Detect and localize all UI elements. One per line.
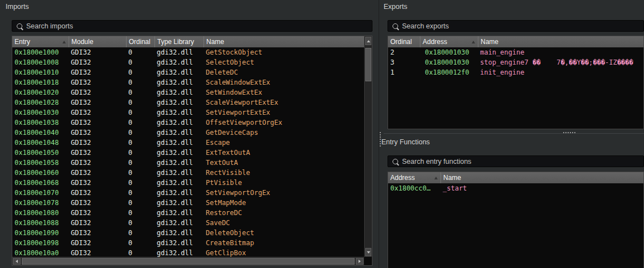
cell-name: ScaleViewportExtEx: [204, 98, 364, 108]
imports-table-body: 0x1800e1000 GDI32 0 gdi32.dll GetStockOb…: [12, 47, 364, 257]
cell-entry: 0x1800e1010: [12, 67, 69, 77]
table-row[interactable]: 0x1800e1068 GDI32 0 gdi32.dll PtVisible: [12, 178, 364, 188]
cell-name: Escape: [204, 138, 364, 148]
imports-panel-title: Imports: [6, 3, 29, 11]
exports-search-input[interactable]: [402, 22, 643, 30]
cell-entry: 0x1800e1000: [12, 47, 69, 57]
cell-entry: 0x1800e1088: [12, 218, 69, 228]
cell-ordinal: 0: [126, 57, 154, 67]
table-row[interactable]: 0x1800e1040 GDI32 0 gdi32.dll GetDeviceC…: [12, 128, 364, 138]
table-row[interactable]: 0x1800e1098 GDI32 0 gdi32.dll CreateBitm…: [12, 238, 364, 248]
column-header-ordinal[interactable]: Ordinal: [126, 36, 154, 47]
column-header-name[interactable]: Name: [440, 172, 643, 183]
horizontal-scrollbar[interactable]: [12, 257, 364, 265]
imports-search: [12, 20, 372, 32]
entry-functions-table-body: 0x1800cc0… _start: [388, 183, 643, 268]
cell-type-library: gdi32.dll: [154, 178, 204, 188]
cell-name: PtVisible: [204, 178, 364, 188]
entry-functions-search-input[interactable]: [402, 158, 643, 165]
column-header-address[interactable]: Address: [420, 36, 478, 47]
cell-entry: 0x1800e1008: [12, 57, 69, 67]
table-row[interactable]: 0x1800e1008 GDI32 0 gdi32.dll SelectObje…: [12, 57, 364, 67]
search-icon: [393, 159, 398, 164]
cell-type-library: gdi32.dll: [154, 148, 204, 158]
scroll-up-button[interactable]: [365, 37, 371, 45]
sort-ascending-icon: [434, 177, 438, 179]
table-row[interactable]: 0x1800e1038 GDI32 0 gdi32.dll OffsetView…: [12, 118, 364, 128]
column-header-name[interactable]: Name: [478, 36, 643, 47]
horizontal-scrollbar-thumb[interactable]: [22, 258, 355, 265]
table-row[interactable]: 0x1800e10a0 GDI32 0 gdi32.dll GetClipBox: [12, 248, 364, 257]
cell-name: _start: [440, 183, 643, 193]
cell-ordinal: 3: [388, 57, 420, 67]
vertical-scrollbar-thumb[interactable]: [365, 48, 371, 81]
table-row[interactable]: 0x1800e1090 GDI32 0 gdi32.dll DeleteObje…: [12, 228, 364, 238]
cell-module: GDI32: [69, 168, 126, 178]
table-row[interactable]: 0x1800e1088 GDI32 0 gdi32.dll SaveDC: [12, 218, 364, 228]
table-row[interactable]: 0x1800e1080 GDI32 0 gdi32.dll RestoreDC: [12, 208, 364, 218]
cell-entry: 0x1800e1070: [12, 188, 69, 198]
scroll-left-button[interactable]: [13, 258, 21, 265]
column-header-ordinal[interactable]: Ordinal: [388, 36, 420, 47]
cell-ordinal: 0: [126, 67, 154, 77]
column-header-address[interactable]: Address: [388, 172, 440, 183]
exports-panel-title: Exports: [384, 3, 407, 11]
table-row[interactable]: 0x1800e1030 GDI32 0 gdi32.dll SetViewpor…: [12, 108, 364, 118]
table-row[interactable]: 0x1800e1018 GDI32 0 gdi32.dll ScaleWindo…: [12, 77, 364, 87]
arrow-left-icon: [16, 260, 18, 263]
exports-search: [388, 20, 644, 32]
horizontal-splitter-handle[interactable]: [563, 132, 575, 133]
cell-ordinal: 0: [126, 77, 154, 87]
cell-name: RestoreDC: [204, 208, 364, 218]
horizontal-splitter: [384, 133, 644, 134]
cell-entry: 0x1800e1090: [12, 228, 69, 238]
table-row[interactable]: 0x1800e1010 GDI32 0 gdi32.dll DeleteDC: [12, 67, 364, 77]
column-header-entry[interactable]: Entry: [12, 36, 69, 47]
vertical-splitter-handle[interactable]: [380, 132, 381, 147]
search-icon: [393, 23, 398, 29]
table-row[interactable]: 0x1800e1048 GDI32 0 gdi32.dll Escape: [12, 138, 364, 148]
cell-name: ExtTextOutA: [204, 148, 364, 158]
cell-name: OffsetViewportOrgEx: [204, 118, 364, 128]
cell-ordinal: 0: [126, 178, 154, 188]
cell-type-library: gdi32.dll: [154, 238, 204, 248]
cell-name: DeleteDC: [204, 67, 364, 77]
table-row[interactable]: 0x1800cc0… _start: [388, 183, 643, 193]
vertical-scrollbar[interactable]: [364, 36, 372, 257]
table-row[interactable]: 0x1800e1058 GDI32 0 gdi32.dll TextOutA: [12, 158, 364, 168]
cell-name: init_engine: [478, 67, 643, 77]
cell-ordinal: 0: [126, 118, 154, 128]
table-row[interactable]: 0x1800e1028 GDI32 0 gdi32.dll ScaleViewp…: [12, 98, 364, 108]
table-row[interactable]: 0x1800e1060 GDI32 0 gdi32.dll RectVisibl…: [12, 168, 364, 178]
scroll-down-button[interactable]: [365, 248, 371, 256]
table-row[interactable]: 0x1800e1078 GDI32 0 gdi32.dll SetMapMode: [12, 198, 364, 208]
cell-name: CreateBitmap: [204, 238, 364, 248]
cell-module: GDI32: [69, 148, 126, 158]
cell-ordinal: 0: [126, 108, 154, 118]
table-row[interactable]: 1 0x1800012f0 init_engine: [388, 67, 643, 77]
cell-address: 0x1800012f0: [420, 67, 478, 77]
table-row[interactable]: 0x1800e1070 GDI32 0 gdi32.dll SetViewpor…: [12, 188, 364, 198]
table-row[interactable]: 0x1800e1050 GDI32 0 gdi32.dll ExtTextOut…: [12, 148, 364, 158]
imports-search-input[interactable]: [26, 22, 372, 30]
cell-ordinal: 0: [126, 128, 154, 138]
table-row[interactable]: 3 0x180001030 stop_engine7 �� 7�,��Y��;�…: [388, 57, 643, 67]
cell-module: GDI32: [69, 67, 126, 77]
entry-functions-search: [388, 155, 644, 167]
column-header-name[interactable]: Name: [204, 36, 364, 47]
table-row[interactable]: 2 0x180001030 main_engine: [388, 47, 643, 57]
cell-type-library: gdi32.dll: [154, 47, 204, 57]
column-header-module[interactable]: Module: [69, 36, 126, 47]
cell-entry: 0x1800e1048: [12, 138, 69, 148]
cell-entry: 0x1800e1080: [12, 208, 69, 218]
cell-type-library: gdi32.dll: [154, 158, 204, 168]
cell-type-library: gdi32.dll: [154, 67, 204, 77]
cell-name: GetDeviceCaps: [204, 128, 364, 138]
cell-type-library: gdi32.dll: [154, 248, 204, 257]
column-header-type-library[interactable]: Type Library: [154, 36, 204, 47]
table-row[interactable]: 0x1800e1000 GDI32 0 gdi32.dll GetStockOb…: [12, 47, 364, 57]
scroll-right-button[interactable]: [356, 258, 364, 265]
cell-name: RectVisible: [204, 168, 364, 178]
cell-type-library: gdi32.dll: [154, 208, 204, 218]
table-row[interactable]: 0x1800e1020 GDI32 0 gdi32.dll SetWindowE…: [12, 87, 364, 98]
